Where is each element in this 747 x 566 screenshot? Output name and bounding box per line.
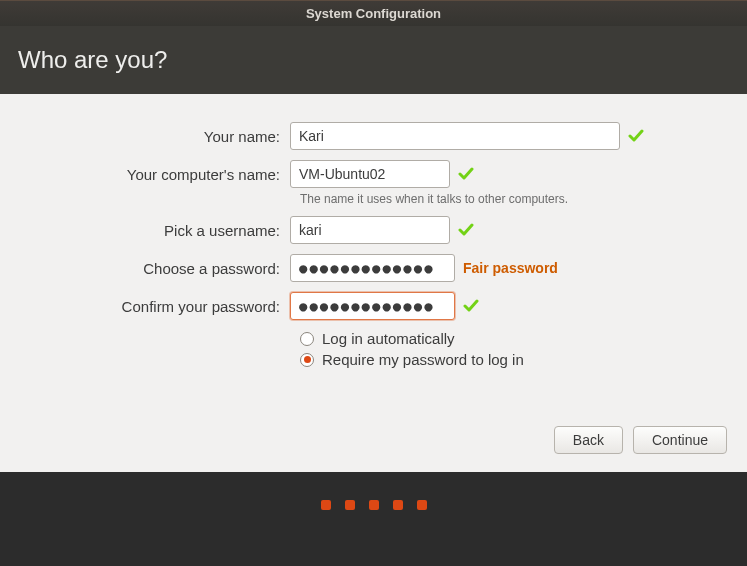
progress-dot [345,500,355,510]
label-name: Your name: [20,128,290,145]
confirm-password-input[interactable] [290,292,455,320]
row-name: Your name: [20,122,727,150]
check-icon [628,128,644,144]
computer-name-input[interactable] [290,160,450,188]
radio-label-require: Require my password to log in [322,351,524,368]
check-icon [463,298,479,314]
label-password: Choose a password: [20,260,290,277]
check-icon [458,166,474,182]
radio-auto-login[interactable]: Log in automatically [300,330,727,347]
progress-dot [369,500,379,510]
row-username: Pick a username: [20,216,727,244]
page-title: Who are you? [18,46,729,74]
check-icon [458,222,474,238]
row-password: Choose a password: Fair password [20,254,727,282]
content-area: Your name: Your computer's name: The nam… [0,94,747,472]
password-strength: Fair password [463,260,558,276]
name-input[interactable] [290,122,620,150]
window-title: System Configuration [306,6,441,21]
progress-dot [393,500,403,510]
username-input[interactable] [290,216,450,244]
back-button[interactable]: Back [554,426,623,454]
progress-dots [0,472,747,538]
label-confirm: Confirm your password: [20,298,290,315]
row-computer: Your computer's name: [20,160,727,188]
password-input[interactable] [290,254,455,282]
footer-buttons: Back Continue [554,426,727,454]
titlebar: System Configuration [0,0,747,26]
radio-require-password[interactable]: Require my password to log in [300,351,727,368]
label-username: Pick a username: [20,222,290,239]
login-options: Log in automatically Require my password… [300,330,727,368]
radio-label-auto: Log in automatically [322,330,455,347]
continue-button[interactable]: Continue [633,426,727,454]
computer-name-hint: The name it uses when it talks to other … [300,192,727,206]
row-confirm: Confirm your password: [20,292,727,320]
radio-icon [300,332,314,346]
header: Who are you? [0,26,747,94]
progress-dot [417,500,427,510]
radio-icon [300,353,314,367]
progress-dot [321,500,331,510]
label-computer: Your computer's name: [20,166,290,183]
